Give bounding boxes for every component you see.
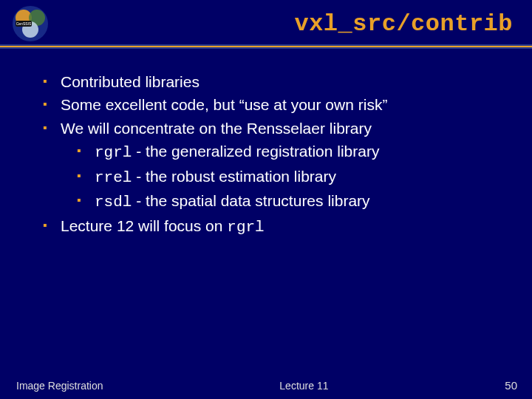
code-token: rrel [95,169,132,186]
bullet-text: Lecture 12 will focus on [61,217,227,234]
sub-bullet-list: rgrl - the generalized registration libr… [77,140,510,214]
censsis-logo: CenSSIS [9,4,52,43]
bullet-item: We will concentrate on the Rensselaer li… [43,117,510,214]
code-token: rsdl [95,194,132,211]
bullet-item: Lecture 12 will focus on rgrl [43,215,510,239]
header-divider [0,44,532,49]
slide-footer: Image Registration Lecture 11 50 [0,379,532,392]
code-token: rgrl [227,219,264,236]
footer-center: Lecture 11 [103,380,505,392]
bullet-text: - the robust estimation library [132,168,336,185]
sub-bullet-item: rrel - the robust estimation library [77,166,510,189]
slide-content: Contributed libraries Some excellent cod… [0,47,532,239]
bullet-item: Some excellent code, but “use at your ow… [43,94,510,116]
slide-title: vxl_src/contrib [52,10,517,38]
bullet-text: - the generalized registration library [132,143,379,160]
bullet-item: Contributed libraries [43,71,510,93]
svg-text:CenSSIS: CenSSIS [16,21,32,26]
bullet-list: Contributed libraries Some excellent cod… [43,71,510,239]
slide-header: CenSSIS vxl_src/contrib [0,0,532,47]
bullet-text: Contributed libraries [61,73,200,90]
code-token: rgrl [95,144,132,161]
bullet-text: We will concentrate on the Rensselaer li… [61,120,372,137]
bullet-text: - the spatial data structures library [132,192,369,209]
slide-number: 50 [505,379,517,392]
footer-left: Image Registration [16,380,103,392]
sub-bullet-item: rgrl - the generalized registration libr… [77,140,510,164]
bullet-text: Some excellent code, but “use at your ow… [61,96,387,113]
sub-bullet-item: rsdl - the spatial data structures libra… [77,190,510,214]
